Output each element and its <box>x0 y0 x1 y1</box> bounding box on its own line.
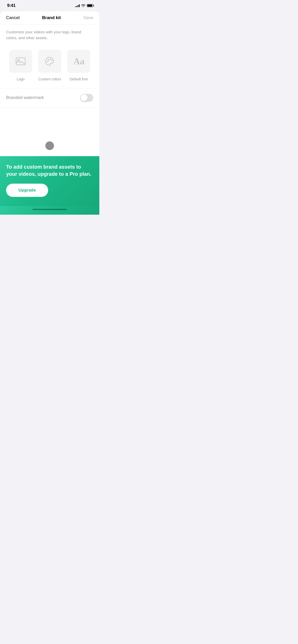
home-indicator <box>0 206 99 215</box>
signal-icon <box>75 4 80 7</box>
description-text: Customize your videos with your logo, br… <box>0 25 99 41</box>
upgrade-banner: To add custom brand assets to your video… <box>0 156 99 206</box>
upgrade-text: To add custom brand assets to your video… <box>6 163 93 178</box>
upgrade-button[interactable]: Upgrade <box>6 184 48 197</box>
page-title: Brand kit <box>42 15 61 20</box>
save-button[interactable]: Save <box>83 15 93 20</box>
font-icon-box: Aa <box>67 50 90 73</box>
nav-bar: Cancel Brand kit Save <box>0 11 99 25</box>
status-time: 9:41 <box>7 3 16 8</box>
home-bar <box>33 209 67 210</box>
status-bar: 9:41 <box>0 0 99 11</box>
scroll-dot <box>45 141 54 150</box>
svg-point-2 <box>47 61 48 62</box>
brand-icons-section: Logo Custom colors Aa Defau <box>0 41 99 88</box>
svg-text:Aa: Aa <box>73 56 85 66</box>
logo-icon-box <box>9 50 32 73</box>
custom-colors-item[interactable]: Custom colors <box>37 50 62 82</box>
logo-label: Logo <box>17 77 24 82</box>
wifi-icon <box>81 4 85 7</box>
palette-icon <box>44 56 55 67</box>
custom-colors-label: Custom colors <box>38 77 61 82</box>
battery-icon <box>87 4 93 7</box>
svg-rect-0 <box>16 58 25 65</box>
colors-icon-box <box>38 50 61 73</box>
image-icon <box>15 56 26 67</box>
font-icon: Aa <box>72 56 85 67</box>
main-content: Cancel Brand kit Save Customize your vid… <box>0 11 99 215</box>
default-font-item[interactable]: Aa Default font <box>66 50 91 82</box>
svg-point-3 <box>48 59 49 60</box>
svg-point-5 <box>51 60 53 61</box>
cancel-button[interactable]: Cancel <box>6 15 20 20</box>
default-font-label: Default font <box>70 77 88 82</box>
watermark-toggle[interactable] <box>80 94 93 102</box>
svg-point-4 <box>50 58 51 60</box>
toggle-thumb <box>81 94 88 101</box>
watermark-row: Branded watermark <box>0 88 99 107</box>
watermark-label: Branded watermark <box>6 95 44 100</box>
status-icons <box>75 4 93 7</box>
logo-item[interactable]: Logo <box>8 50 33 82</box>
scroll-indicator-area <box>0 108 99 156</box>
